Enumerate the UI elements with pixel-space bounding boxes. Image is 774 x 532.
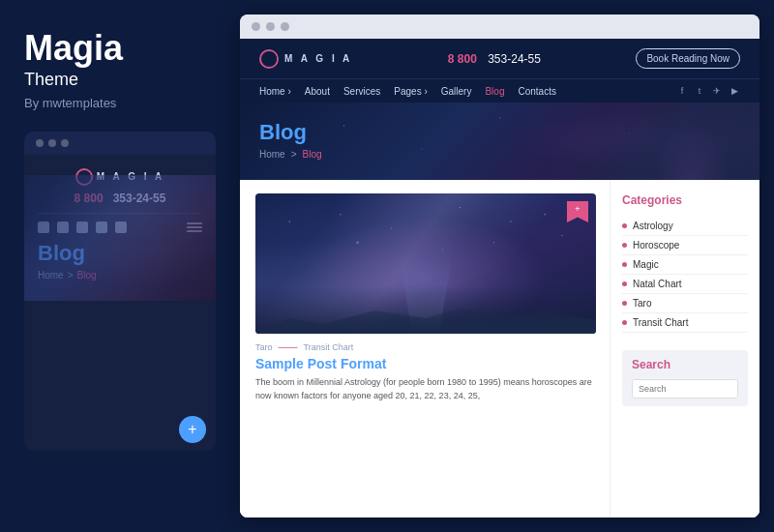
- site-logo: M A G I A: [259, 49, 352, 69]
- nav-blog[interactable]: Blog: [485, 86, 504, 97]
- category-dot: [622, 262, 627, 267]
- site-phone-number: 353-24-55: [488, 52, 541, 66]
- search-box: Search Search: [622, 350, 748, 406]
- post-tag-1: Taro: [255, 342, 273, 352]
- brand-subtitle: Theme: [24, 70, 216, 90]
- category-dot: [622, 223, 627, 228]
- nav-telegram-icon: ✈: [711, 85, 723, 97]
- category-label: Transit Chart: [633, 317, 688, 328]
- category-label: Horoscope: [633, 240, 679, 251]
- search-input-row: Search: [632, 379, 738, 399]
- browser-dot-3: [281, 22, 289, 31]
- nav-links: Home › About Services Pages › Gallery Bl…: [259, 86, 556, 97]
- post-meta: Taro —— Transit Chart: [255, 341, 596, 352]
- hero-breadcrumb: Home > Blog: [259, 149, 740, 160]
- left-panel: Magia Theme By mwtemplates M A G I A 8 8…: [0, 0, 240, 532]
- category-dot: [622, 301, 627, 306]
- mobile-dot-2: [48, 139, 56, 147]
- category-label: Taro: [633, 298, 651, 309]
- post-featured-image: +: [255, 193, 596, 334]
- search-title: Search: [632, 358, 738, 371]
- category-list: Astrology Horoscope Magic Natal Cha: [622, 217, 748, 333]
- browser-window: M A G I A 8 800 353-24-55 Book Reading N…: [240, 15, 759, 517]
- nav-youtube-icon: ▶: [729, 85, 740, 97]
- mobile-bg-image: [24, 175, 216, 301]
- category-horoscope[interactable]: Horoscope: [622, 236, 748, 255]
- site-hero: Blog Home > Blog: [240, 103, 759, 180]
- mountains-silhouette: [255, 285, 596, 334]
- website: M A G I A 8 800 353-24-55 Book Reading N…: [240, 39, 759, 517]
- mobile-card-header: [24, 132, 216, 155]
- browser-titlebar: [240, 15, 759, 39]
- hero-breadcrumb-current: Blog: [303, 149, 322, 160]
- category-label: Natal Chart: [633, 279, 682, 289]
- post-meta-sep: ——: [279, 341, 298, 352]
- post-excerpt: The boom in Millennial Astrology (for pe…: [255, 376, 596, 402]
- search-input[interactable]: [633, 380, 738, 398]
- brand-by: By mwtemplates: [24, 96, 216, 110]
- nav-home[interactable]: Home ›: [259, 86, 291, 97]
- mobile-fab-button[interactable]: +: [179, 416, 206, 443]
- site-logo-text: M A G I A: [284, 53, 352, 64]
- nav-tumblr-icon: t: [694, 85, 705, 97]
- site-phone: 8 800 353-24-55: [448, 52, 541, 66]
- site-nav: Home › About Services Pages › Gallery Bl…: [240, 78, 759, 103]
- brand-title: Magia: [24, 29, 216, 68]
- nav-social-icons: f t ✈ ▶: [676, 85, 740, 97]
- nav-gallery[interactable]: Gallery: [441, 86, 472, 97]
- right-panel: M A G I A 8 800 353-24-55 Book Reading N…: [240, 0, 774, 532]
- category-dot: [622, 281, 627, 286]
- mobile-dot-1: [36, 139, 44, 147]
- category-label: Astrology: [633, 221, 673, 231]
- nav-contacts[interactable]: Contacts: [518, 86, 555, 97]
- nav-services[interactable]: Services: [343, 86, 380, 97]
- mobile-dot-3: [61, 139, 69, 147]
- browser-dot-2: [266, 22, 275, 31]
- site-phone-prefix: 8 800: [448, 52, 477, 66]
- mobile-preview-card: M A G I A 8 800 353-24-55 f t ✈ ◎ ▶: [24, 132, 216, 451]
- category-natal-chart[interactable]: Natal Chart: [622, 275, 748, 294]
- category-taro[interactable]: Taro: [622, 294, 748, 313]
- category-astrology[interactable]: Astrology: [622, 217, 748, 236]
- site-header: M A G I A 8 800 353-24-55 Book Reading N…: [240, 39, 759, 78]
- hero-title: Blog: [259, 120, 740, 145]
- site-main: + Taro —— Transit Chart Sample Post Form…: [240, 180, 759, 517]
- category-transit-chart[interactable]: Transit Chart: [622, 313, 748, 333]
- browser-dot-1: [252, 22, 260, 31]
- category-label: Magic: [633, 259, 659, 270]
- blog-sidebar: Categories Astrology Horoscope Magic: [610, 180, 759, 517]
- mobile-bg-image-area: [24, 175, 216, 301]
- post-title[interactable]: Sample Post Format: [255, 356, 596, 371]
- blog-content: + Taro —— Transit Chart Sample Post Form…: [240, 180, 610, 517]
- category-dot: [622, 320, 627, 325]
- category-magic[interactable]: Magic: [622, 255, 748, 275]
- categories-title: Categories: [622, 193, 748, 207]
- hero-breadcrumb-sep: >: [291, 149, 297, 160]
- nav-about[interactable]: About: [305, 86, 330, 97]
- site-logo-crescent-icon: [259, 49, 279, 69]
- nav-pages[interactable]: Pages ›: [394, 86, 427, 97]
- category-dot: [622, 243, 627, 248]
- nav-facebook-icon: f: [676, 85, 688, 97]
- book-reading-button[interactable]: Book Reading Now: [636, 48, 740, 69]
- hero-breadcrumb-home: Home: [259, 149, 285, 160]
- post-tag-2: Transit Chart: [304, 342, 354, 352]
